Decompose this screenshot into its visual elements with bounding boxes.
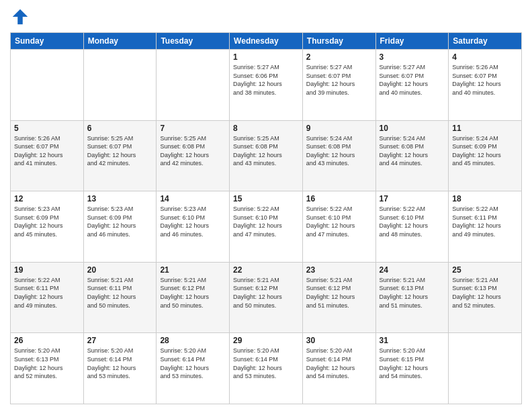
week-row: 1Sunrise: 5:27 AM Sunset: 6:06 PM Daylig… xyxy=(11,50,522,121)
day-cell: 10Sunrise: 5:24 AM Sunset: 6:08 PM Dayli… xyxy=(375,120,449,191)
day-number: 19 xyxy=(14,265,80,275)
svg-marker-0 xyxy=(13,9,28,25)
day-number: 8 xyxy=(233,124,299,133)
day-cell: 21Sunrise: 5:21 AM Sunset: 6:12 PM Dayli… xyxy=(157,262,230,333)
day-number: 2 xyxy=(306,52,372,62)
day-info: Sunrise: 5:21 AM Sunset: 6:13 PM Dayligh… xyxy=(380,276,445,310)
day-info: Sunrise: 5:22 AM Sunset: 6:11 PM Dayligh… xyxy=(14,276,80,310)
day-info: Sunrise: 5:21 AM Sunset: 6:12 PM Dayligh… xyxy=(233,276,299,310)
day-number: 25 xyxy=(452,265,518,275)
day-info: Sunrise: 5:22 AM Sunset: 6:11 PM Dayligh… xyxy=(452,205,518,238)
day-number: 28 xyxy=(160,336,226,345)
day-cell: 1Sunrise: 5:27 AM Sunset: 6:06 PM Daylig… xyxy=(230,50,303,121)
day-cell: 7Sunrise: 5:25 AM Sunset: 6:08 PM Daylig… xyxy=(157,120,230,191)
day-number: 5 xyxy=(14,124,80,133)
day-info: Sunrise: 5:21 AM Sunset: 6:12 PM Dayligh… xyxy=(306,276,372,310)
day-info: Sunrise: 5:21 AM Sunset: 6:12 PM Dayligh… xyxy=(160,276,226,310)
day-number: 12 xyxy=(14,194,80,203)
day-info: Sunrise: 5:25 AM Sunset: 6:08 PM Dayligh… xyxy=(160,134,226,168)
day-number: 13 xyxy=(87,194,153,203)
day-number: 17 xyxy=(380,194,445,203)
day-info: Sunrise: 5:21 AM Sunset: 6:13 PM Dayligh… xyxy=(452,276,518,310)
day-cell: 29Sunrise: 5:20 AM Sunset: 6:14 PM Dayli… xyxy=(230,333,303,404)
day-cell: 17Sunrise: 5:22 AM Sunset: 6:10 PM Dayli… xyxy=(375,191,449,263)
week-row: 19Sunrise: 5:22 AM Sunset: 6:11 PM Dayli… xyxy=(11,262,522,333)
day-cell: 30Sunrise: 5:20 AM Sunset: 6:14 PM Dayli… xyxy=(302,333,375,404)
day-cell: 16Sunrise: 5:22 AM Sunset: 6:10 PM Dayli… xyxy=(302,191,375,263)
day-info: Sunrise: 5:25 AM Sunset: 6:08 PM Dayligh… xyxy=(233,134,299,168)
day-info: Sunrise: 5:20 AM Sunset: 6:14 PM Dayligh… xyxy=(87,347,153,380)
day-number: 6 xyxy=(87,124,153,133)
day-info: Sunrise: 5:20 AM Sunset: 6:14 PM Dayligh… xyxy=(233,347,299,380)
day-number: 4 xyxy=(452,52,518,62)
logo xyxy=(10,7,33,27)
calendar-body: 1Sunrise: 5:27 AM Sunset: 6:06 PM Daylig… xyxy=(11,50,522,404)
day-number: 3 xyxy=(380,52,445,62)
day-info: Sunrise: 5:24 AM Sunset: 6:08 PM Dayligh… xyxy=(380,134,445,168)
day-info: Sunrise: 5:22 AM Sunset: 6:10 PM Dayligh… xyxy=(233,205,299,238)
weekday-header: Wednesday xyxy=(230,33,303,50)
day-info: Sunrise: 5:23 AM Sunset: 6:09 PM Dayligh… xyxy=(87,205,153,238)
day-number: 15 xyxy=(233,194,299,203)
day-cell: 31Sunrise: 5:20 AM Sunset: 6:15 PM Dayli… xyxy=(375,333,449,404)
weekday-header: Sunday xyxy=(11,33,84,50)
day-info: Sunrise: 5:23 AM Sunset: 6:09 PM Dayligh… xyxy=(14,205,80,238)
week-row: 12Sunrise: 5:23 AM Sunset: 6:09 PM Dayli… xyxy=(11,191,522,263)
day-number: 27 xyxy=(87,336,153,345)
day-number: 31 xyxy=(380,336,445,345)
day-cell: 13Sunrise: 5:23 AM Sunset: 6:09 PM Dayli… xyxy=(83,191,157,263)
logo-icon xyxy=(10,7,30,27)
day-info: Sunrise: 5:21 AM Sunset: 6:11 PM Dayligh… xyxy=(87,276,153,310)
day-cell: 23Sunrise: 5:21 AM Sunset: 6:12 PM Dayli… xyxy=(302,262,375,333)
day-number: 9 xyxy=(306,124,372,133)
day-cell: 4Sunrise: 5:26 AM Sunset: 6:07 PM Daylig… xyxy=(449,50,522,121)
weekday-header: Tuesday xyxy=(157,33,230,50)
day-number: 16 xyxy=(306,194,372,203)
day-cell: 28Sunrise: 5:20 AM Sunset: 6:14 PM Dayli… xyxy=(157,333,230,404)
day-number: 18 xyxy=(452,194,518,203)
day-info: Sunrise: 5:24 AM Sunset: 6:09 PM Dayligh… xyxy=(452,134,518,168)
weekday-header: Saturday xyxy=(449,33,522,50)
day-info: Sunrise: 5:20 AM Sunset: 6:14 PM Dayligh… xyxy=(306,347,372,380)
day-info: Sunrise: 5:22 AM Sunset: 6:10 PM Dayligh… xyxy=(380,205,445,238)
day-cell: 24Sunrise: 5:21 AM Sunset: 6:13 PM Dayli… xyxy=(375,262,449,333)
calendar-header: SundayMondayTuesdayWednesdayThursdayFrid… xyxy=(11,33,522,50)
day-info: Sunrise: 5:26 AM Sunset: 6:07 PM Dayligh… xyxy=(14,134,80,168)
weekday-header: Thursday xyxy=(302,33,375,50)
day-cell xyxy=(83,50,157,121)
day-number: 24 xyxy=(380,265,445,275)
day-cell: 27Sunrise: 5:20 AM Sunset: 6:14 PM Dayli… xyxy=(83,333,157,404)
day-cell: 5Sunrise: 5:26 AM Sunset: 6:07 PM Daylig… xyxy=(11,120,84,191)
day-number: 21 xyxy=(160,265,226,275)
day-cell: 2Sunrise: 5:27 AM Sunset: 6:07 PM Daylig… xyxy=(302,50,375,121)
day-cell: 6Sunrise: 5:25 AM Sunset: 6:07 PM Daylig… xyxy=(83,120,157,191)
day-cell: 25Sunrise: 5:21 AM Sunset: 6:13 PM Dayli… xyxy=(449,262,522,333)
week-row: 5Sunrise: 5:26 AM Sunset: 6:07 PM Daylig… xyxy=(11,120,522,191)
day-cell: 26Sunrise: 5:20 AM Sunset: 6:13 PM Dayli… xyxy=(11,333,84,404)
day-number: 10 xyxy=(380,124,445,133)
day-info: Sunrise: 5:27 AM Sunset: 6:07 PM Dayligh… xyxy=(306,63,372,97)
day-cell: 8Sunrise: 5:25 AM Sunset: 6:08 PM Daylig… xyxy=(230,120,303,191)
day-number: 22 xyxy=(233,265,299,275)
day-cell: 19Sunrise: 5:22 AM Sunset: 6:11 PM Dayli… xyxy=(11,262,84,333)
day-number: 26 xyxy=(14,336,80,345)
day-number: 29 xyxy=(233,336,299,345)
day-cell: 20Sunrise: 5:21 AM Sunset: 6:11 PM Dayli… xyxy=(83,262,157,333)
day-info: Sunrise: 5:23 AM Sunset: 6:10 PM Dayligh… xyxy=(160,205,226,238)
day-info: Sunrise: 5:20 AM Sunset: 6:13 PM Dayligh… xyxy=(14,347,80,380)
day-info: Sunrise: 5:27 AM Sunset: 6:07 PM Dayligh… xyxy=(380,63,445,97)
weekday-header: Friday xyxy=(375,33,449,50)
day-info: Sunrise: 5:20 AM Sunset: 6:14 PM Dayligh… xyxy=(160,347,226,380)
day-number: 1 xyxy=(233,52,299,62)
day-info: Sunrise: 5:24 AM Sunset: 6:08 PM Dayligh… xyxy=(306,134,372,168)
day-number: 14 xyxy=(160,194,226,203)
day-cell: 14Sunrise: 5:23 AM Sunset: 6:10 PM Dayli… xyxy=(157,191,230,263)
header xyxy=(10,7,522,27)
day-number: 11 xyxy=(452,124,518,133)
day-cell: 9Sunrise: 5:24 AM Sunset: 6:08 PM Daylig… xyxy=(302,120,375,191)
day-info: Sunrise: 5:22 AM Sunset: 6:10 PM Dayligh… xyxy=(306,205,372,238)
day-cell: 3Sunrise: 5:27 AM Sunset: 6:07 PM Daylig… xyxy=(375,50,449,121)
day-cell: 11Sunrise: 5:24 AM Sunset: 6:09 PM Dayli… xyxy=(449,120,522,191)
page: SundayMondayTuesdayWednesdayThursdayFrid… xyxy=(0,0,532,411)
day-info: Sunrise: 5:27 AM Sunset: 6:06 PM Dayligh… xyxy=(233,63,299,97)
